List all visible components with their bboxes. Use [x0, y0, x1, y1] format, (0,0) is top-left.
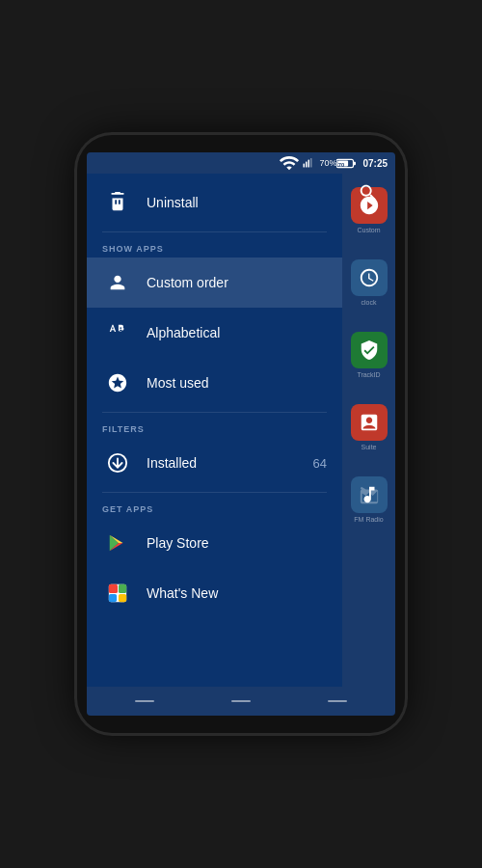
- custom-order-label: Custom order: [147, 275, 327, 290]
- peek-icon-4: [351, 404, 388, 441]
- battery-indicator: 70% 70: [319, 158, 356, 169]
- search-button[interactable]: [349, 174, 388, 212]
- svg-rect-1: [306, 162, 308, 168]
- peek-label-3: TrackID: [357, 371, 380, 378]
- phone-frame: 70% 70 07:25 Custom: [77, 135, 405, 733]
- peek-app-2: clock: [342, 246, 395, 318]
- peek-label-4: Suite: [362, 444, 377, 450]
- divider-3: [102, 492, 327, 493]
- uninstall-icon: [102, 187, 133, 218]
- peek-icon-2: [351, 259, 388, 296]
- divider-2: [102, 412, 327, 413]
- search-icon: [358, 182, 379, 203]
- menu-overlay: Uninstall SHOW APPS Custom order: [87, 174, 342, 687]
- status-bar: 70% 70 07:25: [87, 152, 395, 174]
- nav-recents[interactable]: [328, 700, 347, 702]
- svg-rect-14: [109, 584, 118, 593]
- peek-label-5: FM Radio: [354, 516, 383, 523]
- peek-label-1: Custom: [357, 227, 380, 233]
- peek-icon-5: [351, 476, 388, 513]
- most-used-item[interactable]: Most used: [87, 358, 342, 408]
- svg-rect-16: [109, 594, 117, 602]
- alphabetical-item[interactable]: Alphabetical: [87, 308, 342, 358]
- svg-rect-5: [354, 161, 357, 164]
- wifi-icon: [279, 152, 300, 174]
- whats-new-item[interactable]: What's New: [87, 568, 342, 618]
- svg-rect-3: [310, 158, 312, 168]
- get-apps-section-label: GET APPS: [87, 497, 342, 518]
- play-store-label: Play Store: [147, 535, 327, 551]
- peek-icon-3: [351, 332, 388, 368]
- show-apps-section-label: SHOW APPS: [87, 236, 342, 258]
- battery-icon: 70: [336, 158, 356, 169]
- peek-label-2: clock: [362, 299, 377, 306]
- nav-back[interactable]: [135, 700, 154, 702]
- status-icons: 70% 70 07:25: [279, 152, 388, 174]
- most-used-icon: [102, 367, 133, 398]
- filters-section-label: FILTERS: [87, 417, 342, 438]
- status-time: 07:25: [362, 158, 388, 169]
- installed-label: Installed: [147, 455, 313, 471]
- most-used-label: Most used: [147, 375, 327, 391]
- svg-rect-0: [304, 164, 306, 168]
- peek-app-3: TrackID: [342, 318, 395, 391]
- alphabetical-label: Alphabetical: [147, 325, 327, 340]
- peek-app-4: Suite: [342, 391, 395, 463]
- phone-screen: 70% 70 07:25 Custom: [87, 152, 395, 716]
- battery-percent: 70%: [319, 158, 336, 168]
- custom-order-item[interactable]: Custom order: [87, 258, 342, 308]
- divider-1: [102, 231, 327, 232]
- whats-new-icon: [102, 578, 133, 609]
- svg-marker-9: [110, 535, 119, 552]
- svg-rect-2: [308, 160, 310, 168]
- right-apps-peek: Custom clock TrackID Suite: [342, 174, 395, 687]
- uninstall-label: Uninstall: [147, 195, 327, 210]
- installed-item[interactable]: Installed 64: [87, 438, 342, 488]
- svg-rect-17: [119, 594, 126, 602]
- uninstall-item[interactable]: Uninstall: [87, 177, 342, 228]
- svg-rect-15: [119, 584, 126, 593]
- custom-order-icon: [102, 267, 133, 298]
- whats-new-label: What's New: [147, 585, 327, 601]
- installed-icon: [102, 448, 133, 478]
- nav-home[interactable]: [231, 700, 251, 702]
- play-store-item[interactable]: Play Store: [87, 518, 342, 568]
- play-store-icon: [102, 528, 133, 558]
- peek-app-5: FM Radio: [342, 463, 395, 535]
- nav-bar: [96, 687, 386, 716]
- alphabetical-icon: [102, 317, 133, 348]
- signal-icon: [303, 157, 314, 169]
- svg-text:70: 70: [338, 161, 344, 167]
- installed-count: 64: [313, 456, 327, 471]
